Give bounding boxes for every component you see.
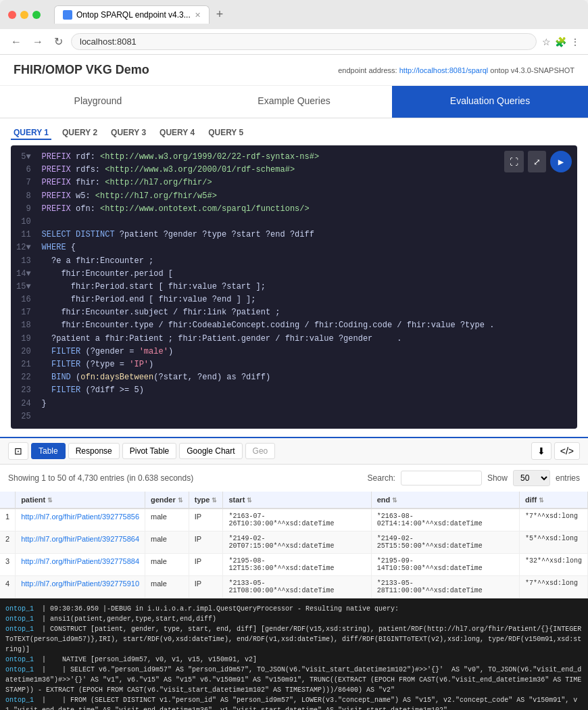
log-line: ontop_1 | CONSTRUCT [patient, gender, ty…: [5, 624, 583, 655]
line-numbers: 5▼ 6 7 8 9 10 11 12▼ 13 14▼ 15▼ 16 17 18…: [11, 151, 36, 423]
cell-type: IP: [189, 508, 223, 531]
tab-evaluation-queries[interactable]: Evaluation Queries: [392, 86, 588, 118]
cell-gender: male: [145, 531, 189, 553]
patient-link[interactable]: http://hl7.org/fhir/Patient/392775856: [21, 513, 139, 521]
tab-example-queries[interactable]: Example Queries: [196, 86, 392, 118]
show-select[interactable]: 50 10 25 100: [513, 470, 550, 486]
table-header-row: patient ⇅ gender ⇅ type ⇅ start ⇅ end ⇅ …: [0, 492, 588, 508]
browser-window: Ontop SPARQL endpoint v4.3... ✕ + ← → ↻ …: [0, 0, 588, 55]
patient-link[interactable]: http://hl7.org/fhir/Patient/392775884: [21, 557, 139, 565]
result-geo-btn[interactable]: Geo: [245, 443, 276, 459]
col-gender[interactable]: gender ⇅: [145, 492, 189, 508]
address-bar[interactable]: [71, 33, 537, 50]
code-content: PREFIX rdf: <http://www.w3.org/1999/02/2…: [36, 151, 577, 423]
result-table-btn[interactable]: Table: [31, 443, 66, 459]
extension-icon[interactable]: 🧩: [555, 37, 566, 47]
query-tab-3[interactable]: QUERY 3: [108, 126, 149, 140]
query-area: QUERY 1 QUERY 2 QUERY 3 QUERY 4 QUERY 5 …: [0, 118, 588, 437]
col-start[interactable]: start ⇅: [223, 492, 371, 508]
query-tab-4[interactable]: QUERY 4: [157, 126, 197, 140]
patient-link[interactable]: http://hl7.org/fhir/Patient/392775864: [21, 535, 139, 543]
col-diff[interactable]: diff ⇅: [519, 492, 587, 508]
maximize-window-btn[interactable]: [32, 11, 41, 19]
log-line: ontop_1 | ansi1(patient,gender,type,star…: [5, 614, 583, 624]
table-row: 4 http://hl7.org/fhir/Patient/392775910 …: [0, 575, 588, 598]
browser-tab-title: Ontop SPARQL endpoint v4.3...: [76, 10, 191, 20]
cell-end: *2163-08-02T14:14:00*^^xsd:dateTime: [371, 508, 519, 531]
cell-end: *2149-02-25T15:50:00*^^xsd:dateTime: [371, 531, 519, 553]
resize-icon-btn[interactable]: ⊡: [8, 442, 28, 460]
search-input[interactable]: [401, 471, 482, 486]
log-line: ontop_1 | | FROM (SELECT DISTINCT v1."pe…: [5, 695, 583, 710]
cell-gender: male: [145, 553, 189, 575]
forward-button[interactable]: →: [30, 34, 46, 49]
app-content: FHIR/OMOP VKG Demo endpoint address: htt…: [0, 55, 588, 598]
cell-start: *2133-05-21T08:00:00*^^xsd:dateTime: [223, 575, 371, 598]
main-nav: Playground Example Queries Evaluation Qu…: [0, 86, 588, 118]
cell-diff: *7*^^xsd:long: [519, 575, 587, 598]
query-tab-2[interactable]: QUERY 2: [59, 126, 100, 140]
embed-btn[interactable]: </>: [554, 442, 580, 460]
endpoint-url[interactable]: http://localhost:8081/sparql: [399, 66, 488, 74]
col-num: [0, 492, 16, 508]
col-end[interactable]: end ⇅: [371, 492, 519, 508]
cell-patient: http://hl7.org/fhir/Patient/392775864: [16, 531, 145, 553]
query-tab-1[interactable]: QUERY 1: [11, 126, 51, 140]
run-icon: ▶: [558, 156, 564, 168]
table-row: 1 http://hl7.org/fhir/Patient/392775856 …: [0, 508, 588, 531]
bookmark-icon[interactable]: ☆: [542, 37, 551, 47]
log-area: ontop_1 | 09:30:36.950 |-DEBUG in i.u.i.…: [0, 598, 588, 710]
cell-end: *2195-09-14T10:50:00*^^xsd:dateTime: [371, 553, 519, 575]
cell-num: 2: [0, 531, 16, 553]
endpoint-version: ontop v4.3.0-SNAPSHOT: [490, 66, 574, 74]
download-btn[interactable]: ⬇: [531, 442, 552, 460]
entries-label: entries: [556, 473, 580, 483]
cell-start: *2195-08-12T15:36:00*^^xsd:dateTime: [223, 553, 371, 575]
result-response-btn[interactable]: Response: [68, 443, 120, 459]
refresh-button[interactable]: ↻: [51, 34, 66, 49]
results-table: patient ⇅ gender ⇅ type ⇅ start ⇅ end ⇅ …: [0, 492, 588, 598]
window-controls: [8, 11, 41, 19]
back-button[interactable]: ←: [8, 34, 24, 49]
browser-tab[interactable]: Ontop SPARQL endpoint v4.3... ✕: [54, 5, 210, 24]
log-line: ontop_1 | | SELECT v6."person_id9m57" AS…: [5, 665, 583, 695]
code-editor[interactable]: 5▼ 6 7 8 9 10 11 12▼ 13 14▼ 15▼ 16 17 18…: [11, 145, 577, 429]
result-chart-btn[interactable]: Google Chart: [179, 443, 242, 459]
browser-toolbar-icons: ☆ 🧩 ⋮: [542, 37, 580, 47]
log-line: ontop_1 | NATIVE [person_id9m57, v0, v1,…: [5, 655, 583, 665]
fullscreen-button[interactable]: ⛶: [504, 151, 524, 172]
col-patient[interactable]: patient ⇅: [16, 492, 145, 508]
search-area: Search: Show 50 10 25 100 entries: [368, 470, 580, 486]
new-tab-button[interactable]: +: [212, 6, 228, 23]
tab-favicon: [63, 10, 72, 20]
cell-diff: *5*^^xsd:long: [519, 531, 587, 553]
cell-diff: *32*^^xsd:long: [519, 553, 587, 575]
result-pivot-btn[interactable]: Pivot Table: [122, 443, 176, 459]
app-title: FHIR/OMOP VKG Demo: [14, 63, 149, 77]
table-row: 2 http://hl7.org/fhir/Patient/392775864 …: [0, 531, 588, 553]
close-window-btn[interactable]: [8, 11, 16, 19]
patient-link[interactable]: http://hl7.org/fhir/Patient/392775910: [21, 579, 139, 588]
cell-num: 1: [0, 508, 16, 531]
cell-gender: male: [145, 508, 189, 531]
run-query-button[interactable]: ▶: [550, 151, 572, 172]
tab-playground[interactable]: Playground: [0, 86, 196, 118]
query-tab-5[interactable]: QUERY 5: [205, 126, 246, 140]
close-tab-btn[interactable]: ✕: [195, 11, 201, 20]
table-row: 3 http://hl7.org/fhir/Patient/392775884 …: [0, 553, 588, 575]
endpoint-label: endpoint address:: [338, 66, 397, 74]
cell-num: 3: [0, 553, 16, 575]
app-header: FHIR/OMOP VKG Demo endpoint address: htt…: [0, 55, 588, 86]
cell-patient: http://hl7.org/fhir/Patient/392775856: [16, 508, 145, 531]
showing-text: Showing 1 to 50 of 4,730 entries (in 0.6…: [8, 473, 193, 483]
menu-icon[interactable]: ⋮: [570, 37, 580, 47]
cell-type: IP: [189, 553, 223, 575]
cell-start: *2163-07-26T10:30:00*^^xsd:dateTime: [223, 508, 371, 531]
col-type[interactable]: type ⇅: [189, 492, 223, 508]
minimize-window-btn[interactable]: [20, 11, 28, 19]
cell-num: 4: [0, 575, 16, 598]
cell-diff: *7*^^xsd:long: [519, 508, 587, 531]
cell-type: IP: [189, 575, 223, 598]
expand-button[interactable]: ⤢: [528, 151, 546, 172]
cell-start: *2149-02-20T07:15:00*^^xsd:dateTime: [223, 531, 371, 553]
